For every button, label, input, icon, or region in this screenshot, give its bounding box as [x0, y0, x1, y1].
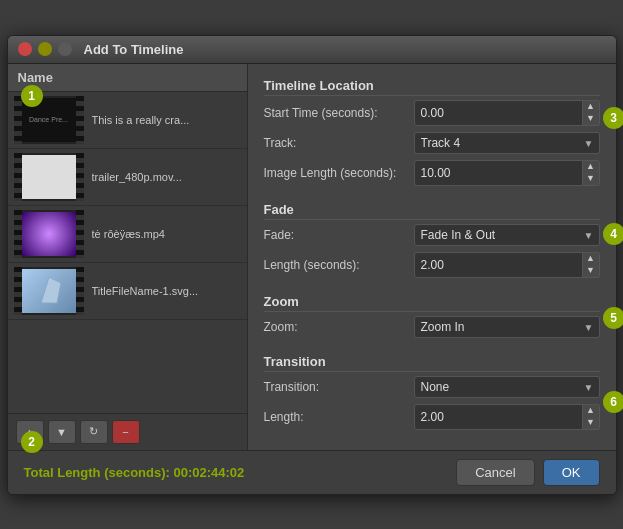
- list-item[interactable]: Dance Pre... This is a really cra...: [8, 92, 247, 149]
- right-panel: Timeline Location Start Time (seconds): …: [248, 64, 616, 450]
- total-length-label: Total Length (seconds):: [24, 465, 170, 480]
- fade-length-spinner: ▲ ▼: [583, 252, 600, 278]
- film-strip-3: [14, 210, 84, 258]
- titlebar: Add To Timeline: [8, 36, 616, 64]
- transition-section: Transition Transition: None Fade Wipe Di…: [264, 354, 600, 436]
- track-label: Track:: [264, 136, 414, 150]
- list-item[interactable]: tė rôèÿæs.mp4: [8, 206, 247, 263]
- zoom-row: Zoom: None Zoom In Zoom Out ▼: [264, 316, 600, 338]
- zoom-control: None Zoom In Zoom Out ▼: [414, 316, 600, 338]
- circle-5: 5: [603, 307, 624, 329]
- fade-length-input[interactable]: [414, 252, 583, 278]
- transition-select[interactable]: None Fade Wipe Dissolve: [414, 376, 600, 398]
- fade-select[interactable]: None Fade In Fade Out Fade In & Out: [414, 224, 600, 246]
- list-header: Name: [8, 64, 247, 92]
- start-time-control: ▲ ▼: [414, 100, 600, 126]
- zoom-select[interactable]: None Zoom In Zoom Out: [414, 316, 600, 338]
- start-time-row: Start Time (seconds): ▲ ▼: [264, 100, 600, 126]
- track-control: Track 1 Track 2 Track 3 Track 4 Track 5 …: [414, 132, 600, 154]
- svg-marker-0: [41, 277, 61, 303]
- image-length-down[interactable]: ▼: [583, 173, 599, 185]
- fade-label: Fade:: [264, 228, 414, 242]
- transition-row: Transition: None Fade Wipe Dissolve ▼: [264, 376, 600, 398]
- transition-length-control: ▲ ▼: [414, 404, 600, 430]
- timeline-section-title: Timeline Location: [264, 78, 600, 96]
- fade-select-wrap: None Fade In Fade Out Fade In & Out ▼: [414, 224, 600, 246]
- fade-length-down[interactable]: ▼: [583, 265, 599, 277]
- start-time-spinner: ▲ ▼: [583, 100, 600, 126]
- file-list: Dance Pre... This is a really cra... tra…: [8, 92, 247, 413]
- start-time-up[interactable]: ▲: [583, 101, 599, 113]
- transition-control: None Fade Wipe Dissolve ▼: [414, 376, 600, 398]
- zoom-section: Zoom Zoom: None Zoom In Zoom Out ▼: [264, 294, 600, 344]
- thumbnail-4: [22, 269, 76, 313]
- track-select-wrap: Track 1 Track 2 Track 3 Track 4 Track 5 …: [414, 132, 600, 154]
- minimize-button[interactable]: [38, 42, 52, 56]
- dialog-title: Add To Timeline: [84, 42, 184, 57]
- thumbnail-3: [22, 212, 76, 256]
- file-name-3: tė rôèÿæs.mp4: [92, 228, 165, 240]
- transition-length-label: Length:: [264, 410, 414, 424]
- image-length-spinner: ▲ ▼: [583, 160, 600, 186]
- add-to-timeline-dialog: Add To Timeline Name Dance Pre... This i…: [7, 35, 617, 495]
- file-name-4: TitleFileName-1.svg...: [92, 285, 199, 297]
- left-toolbar: ▲ ▼ ↻ −: [8, 413, 247, 450]
- total-length-display: Total Length (seconds): 00:02:44:02: [24, 465, 245, 480]
- transition-length-row: Length: ▲ ▼: [264, 404, 600, 430]
- fade-control: None Fade In Fade Out Fade In & Out ▼: [414, 224, 600, 246]
- list-item[interactable]: TitleFileName-1.svg...: [8, 263, 247, 320]
- zoom-label: Zoom:: [264, 320, 414, 334]
- total-length-value: 00:02:44:02: [174, 465, 245, 480]
- transition-label: Transition:: [264, 380, 414, 394]
- timeline-section: Timeline Location Start Time (seconds): …: [264, 78, 600, 192]
- transition-select-wrap: None Fade Wipe Dissolve ▼: [414, 376, 600, 398]
- circle-3: 3: [603, 107, 624, 129]
- circle-4: 4: [603, 223, 624, 245]
- image-length-input[interactable]: [414, 160, 583, 186]
- image-length-control: ▲ ▼: [414, 160, 600, 186]
- cancel-button[interactable]: Cancel: [456, 459, 534, 486]
- image-length-up[interactable]: ▲: [583, 161, 599, 173]
- refresh-button[interactable]: ↻: [80, 420, 108, 444]
- list-item[interactable]: trailer_480p.mov...: [8, 149, 247, 206]
- fade-section-title: Fade: [264, 202, 600, 220]
- circle-6: 6: [603, 391, 624, 413]
- ok-button[interactable]: OK: [543, 459, 600, 486]
- zoom-select-wrap: None Zoom In Zoom Out ▼: [414, 316, 600, 338]
- film-strip-2: [14, 153, 84, 201]
- maximize-button[interactable]: [58, 42, 72, 56]
- image-length-label: Image Length (seconds):: [264, 166, 414, 180]
- start-time-down[interactable]: ▼: [583, 113, 599, 125]
- dialog-body: Name Dance Pre... This is a really cra..…: [8, 64, 616, 450]
- thumbnail-2: [22, 155, 76, 199]
- image-length-row: Image Length (seconds): ▲ ▼: [264, 160, 600, 186]
- transition-section-title: Transition: [264, 354, 600, 372]
- start-time-label: Start Time (seconds):: [264, 106, 414, 120]
- zoom-section-title: Zoom: [264, 294, 600, 312]
- track-row: Track: Track 1 Track 2 Track 3 Track 4 T…: [264, 132, 600, 154]
- fade-row: Fade: None Fade In Fade Out Fade In & Ou…: [264, 224, 600, 246]
- transition-length-spinner: ▲ ▼: [583, 404, 600, 430]
- fade-section: Fade Fade: None Fade In Fade Out Fade In…: [264, 202, 600, 284]
- remove-button[interactable]: −: [112, 420, 140, 444]
- file-name-1: This is a really cra...: [92, 114, 190, 126]
- transition-length-down[interactable]: ▼: [583, 417, 599, 429]
- circle-1: 1: [21, 85, 43, 107]
- start-time-input[interactable]: [414, 100, 583, 126]
- file-name-2: trailer_480p.mov...: [92, 171, 182, 183]
- bottom-bar: Total Length (seconds): 00:02:44:02 Canc…: [8, 450, 616, 494]
- fade-length-label: Length (seconds):: [264, 258, 414, 272]
- circle-2: 2: [21, 431, 43, 453]
- track-select[interactable]: Track 1 Track 2 Track 3 Track 4 Track 5: [414, 132, 600, 154]
- transition-length-up[interactable]: ▲: [583, 405, 599, 417]
- fade-length-control: ▲ ▼: [414, 252, 600, 278]
- left-panel: Name Dance Pre... This is a really cra..…: [8, 64, 248, 450]
- move-down-button[interactable]: ▼: [48, 420, 76, 444]
- transition-length-input[interactable]: [414, 404, 583, 430]
- fade-length-row: Length (seconds): ▲ ▼: [264, 252, 600, 278]
- fade-length-up[interactable]: ▲: [583, 253, 599, 265]
- close-button[interactable]: [18, 42, 32, 56]
- film-strip-4: [14, 267, 84, 315]
